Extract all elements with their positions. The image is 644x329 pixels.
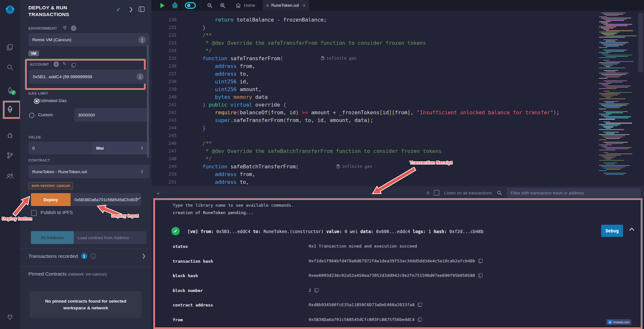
at-address-button[interactable]: At Address <box>31 231 74 244</box>
minimap-line <box>599 78 608 79</box>
minimap-line <box>606 92 632 93</box>
panel-layout-icon[interactable] <box>139 6 145 13</box>
minimap-line <box>606 30 633 31</box>
minimap-line <box>599 155 621 155</box>
receipt-row-label: transaction hash <box>173 259 295 264</box>
search-icon[interactable] <box>0 60 20 75</box>
file-explorer-icon[interactable] <box>0 40 20 55</box>
remix-logo-icon[interactable] <box>0 3 20 17</box>
gas-pump-icon <box>337 164 340 168</box>
custom-gas-label: Custom <box>38 112 53 117</box>
run-script-button[interactable] <box>157 0 168 11</box>
deploy-input-annotation: Deploy Input <box>111 213 139 218</box>
minimap-line <box>603 29 609 30</box>
terminal-toolbar: ›› 0 Listen on all transactions Filter w… <box>151 186 644 200</box>
settings-plug-icon[interactable] <box>0 310 20 324</box>
minimap-line <box>599 68 625 68</box>
line-number: 235 <box>157 56 177 61</box>
transaction-summary[interactable]: [vm] from: 0x5B3...eddC4 to: RuneToken.(… <box>187 229 626 234</box>
publish-ipfs-checkbox[interactable] <box>31 210 37 216</box>
value-unit-select[interactable]: Wei ▲▼ <box>92 142 149 155</box>
evm-version-badge: evm version: cancun <box>28 182 73 189</box>
deploy-input[interactable]: 0x5B38Da6a701c568545dCfcB03FcB875f56bedd… <box>71 193 141 206</box>
tab-home[interactable]: Home <box>232 0 259 11</box>
minimap-line <box>603 163 617 163</box>
panel-scrollbar[interactable] <box>147 45 149 158</box>
terminal-filter-input[interactable]: Filter with transaction hash or address <box>507 188 641 198</box>
line-number: 245 <box>157 133 177 138</box>
editor-scrollbar[interactable] <box>638 13 643 72</box>
gas-limit-label: GAS LIMIT <box>28 91 48 95</box>
terminal[interactable]: Type the library name to see available c… <box>151 200 644 329</box>
minimap-line <box>599 83 611 84</box>
environment-stepper-icon: ▲▼ <box>139 36 146 43</box>
minimap-line <box>603 116 631 117</box>
contract-select[interactable]: RuneToken - RuneToken.sol ▲▼ <box>28 165 149 178</box>
zoom-out-icon[interactable] <box>203 0 216 11</box>
code-line: address from, <box>190 171 255 178</box>
line-number: 242 <box>157 110 177 115</box>
value-input[interactable]: 0 <box>28 142 99 155</box>
ai-assistant-icon[interactable] <box>168 0 182 11</box>
minimap-line <box>606 15 619 16</box>
minimap-line <box>606 51 624 52</box>
close-tab-icon[interactable]: × <box>303 3 305 8</box>
line-number: 233 <box>157 40 177 45</box>
deploy-button[interactable]: Deploy <box>31 193 71 206</box>
transactions-recorded-row[interactable]: Transactions recorded 1 i <box>28 253 96 259</box>
copy-icon[interactable] <box>418 303 421 307</box>
at-address-input[interactable]: Load contract from Address <box>74 231 147 244</box>
deploy-run-icon[interactable] <box>0 102 20 117</box>
minimap[interactable] <box>597 11 637 186</box>
minimap-line <box>606 82 623 82</box>
copy-account-icon[interactable] <box>72 63 75 67</box>
estimated-gas-label: Estimated Gas <box>38 98 67 103</box>
copy-icon[interactable] <box>314 288 318 292</box>
collapse-receipt-icon[interactable] <box>629 227 635 232</box>
minimap-line <box>599 145 612 145</box>
deploy-expand-chevron-icon[interactable]: ❯ <box>136 196 141 200</box>
listen-all-checkbox[interactable] <box>434 190 439 196</box>
minimap-line <box>603 60 609 61</box>
zoom-in-icon[interactable] <box>216 0 229 11</box>
copilot-toggle[interactable] <box>182 0 199 11</box>
custom-gas-input[interactable]: 3000000 <box>74 108 149 122</box>
environment-select[interactable]: Remix VM (Cancun) ▲▼ <box>28 33 149 46</box>
solidity-compiler-icon[interactable]: ✓ <box>0 83 20 98</box>
custom-gas-radio[interactable] <box>29 113 34 118</box>
line-number: 249 <box>157 164 177 169</box>
minimap-line <box>599 48 637 49</box>
terminal-search-icon[interactable] <box>496 190 502 196</box>
minimap-line <box>601 23 608 23</box>
transactions-expand-icon[interactable]: ❯ <box>142 253 146 259</box>
panel-forward-icon[interactable]: ❯ <box>129 6 133 12</box>
plugin-manager-icon[interactable] <box>0 169 20 183</box>
receipt-row-label: contract address <box>173 303 295 307</box>
minimap-line <box>599 69 637 70</box>
minimap-line <box>601 156 616 157</box>
copy-icon[interactable] <box>418 317 421 322</box>
panel-check-icon: ✓ <box>116 6 120 13</box>
minimap-line <box>606 148 629 149</box>
environment-info-icon[interactable]: i <box>71 25 76 31</box>
debug-button[interactable]: Debug <box>601 225 623 237</box>
edit-account-icon[interactable]: ✎ <box>62 61 66 66</box>
copy-icon[interactable] <box>478 259 482 263</box>
debugger-icon[interactable] <box>0 128 20 143</box>
minimap-line <box>599 38 637 39</box>
minimap-line <box>599 42 629 42</box>
git-branch-icon[interactable] <box>0 148 20 163</box>
value-unit-stepper-icon: ▲▼ <box>139 145 146 152</box>
code-line: uint256 id, <box>190 78 249 86</box>
plug-icon[interactable] <box>62 25 67 32</box>
tab-runetoken-sol[interactable]: S RuneToken.sol × <box>262 0 310 11</box>
add-account-icon[interactable]: + <box>53 61 59 67</box>
minimap-line <box>603 157 614 158</box>
minimap-line <box>599 129 624 130</box>
minimap-line <box>599 79 637 80</box>
copy-icon[interactable] <box>478 273 482 277</box>
account-select[interactable]: 0x5B3...eddC4 (99.999999999 ▲▼ <box>29 70 148 84</box>
transactions-info-icon[interactable]: i <box>91 253 96 259</box>
collapse-terminal-icon[interactable]: ›› <box>156 192 161 193</box>
minimap-line <box>603 70 618 71</box>
